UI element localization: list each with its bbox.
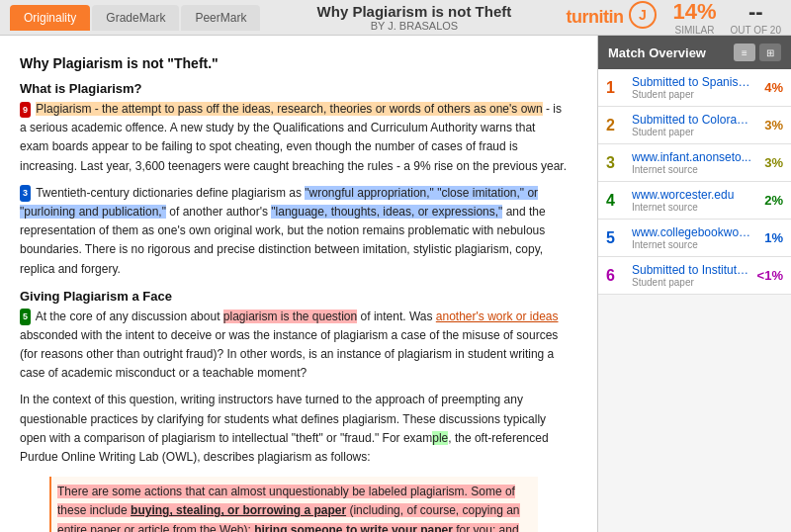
match-sub-1: Student paper: [632, 89, 753, 100]
match-pct-4: 2%: [753, 193, 783, 208]
match-title-6: Submitted to Institute ...: [632, 263, 753, 277]
para-1: 9 Plagiarism - the attempt to pass off t…: [20, 100, 568, 176]
main: Why Plagiarism is not "Theft." What is P…: [0, 36, 791, 532]
badge-3: 5: [20, 309, 31, 324]
highlighted-1: Plagiarism - the attempt to pass off the…: [36, 102, 542, 116]
doc-title: Why Plagiarism is not Theft: [262, 3, 566, 20]
highlighted-3: "language, thoughts, ideas, or expressio…: [271, 205, 502, 219]
match-sub-2: Student paper: [632, 127, 753, 137]
out-value: --: [731, 0, 782, 25]
badge-2: 3: [20, 185, 31, 201]
match-pct-5: 1%: [753, 230, 783, 245]
sidebar-header: Match Overview ≡ ⊞: [598, 36, 791, 69]
sidebar-view-btn-1[interactable]: ≡: [734, 44, 755, 61]
match-info-4: www.worcester.edu Internet source: [632, 188, 753, 213]
out-score: -- OUT OF 20: [731, 0, 782, 36]
highlighted-5: another's work or ideas: [436, 310, 559, 323]
badge-1: 9: [20, 102, 31, 118]
match-item-6[interactable]: 6 Submitted to Institute ... Student pap…: [598, 257, 791, 295]
para-2: 3 Twentieth-century dictionaries define …: [20, 184, 568, 279]
match-info-2: Submitted to Colorado... Student paper: [632, 113, 753, 137]
match-info-5: www.collegebookworl... Internet source: [632, 225, 753, 250]
highlighted-7: There are some actions that can almost u…: [57, 485, 525, 532]
section1-heading: What is Plagiarism?: [20, 81, 568, 96]
title-area: Why Plagiarism is not Theft BY J. BRASAL…: [262, 3, 566, 32]
sidebar-icons: ≡ ⊞: [734, 44, 781, 61]
section2-heading: Giving Plagiarism a Face: [20, 289, 568, 304]
match-info-6: Submitted to Institute ... Student paper: [632, 263, 753, 288]
sidebar-title: Match Overview: [608, 45, 706, 60]
para-3: 5 At the core of any discussion about pl…: [20, 308, 568, 384]
match-title-4: www.worcester.edu: [632, 188, 753, 202]
out-label: OUT OF 20: [731, 25, 782, 36]
match-item-1[interactable]: 1 Submitted to Spanish ... Student paper…: [598, 69, 791, 107]
score-percent: 14%: [672, 0, 716, 25]
match-title-3: www.infant.anonseto...: [632, 150, 753, 164]
match-pct-1: 4%: [753, 80, 783, 95]
svg-text:J: J: [640, 7, 648, 23]
blockquote: There are some actions that can almost u…: [49, 477, 538, 532]
match-num-6: 6: [606, 267, 624, 285]
turnitin-icon: J: [629, 1, 657, 35]
topbar: Originality GradeMark PeerMark Why Plagi…: [0, 0, 791, 36]
para-4: In the context of this question, writing…: [20, 391, 568, 467]
tab-grademark[interactable]: GradeMark: [92, 5, 179, 31]
doc-heading: Why Plagiarism is not "Theft.": [20, 55, 568, 71]
match-list: 1 Submitted to Spanish ... Student paper…: [598, 69, 791, 532]
match-sub-3: Internet source: [632, 164, 753, 175]
match-item-5[interactable]: 5 www.collegebookworl... Internet source…: [598, 220, 791, 257]
tab-peermark[interactable]: PeerMark: [181, 5, 260, 31]
similarity-score: 14% SIMILAR: [672, 0, 716, 36]
sidebar-view-btn-2[interactable]: ⊞: [759, 44, 781, 61]
tab-originality[interactable]: Originality: [10, 5, 90, 31]
match-title-2: Submitted to Colorado...: [632, 113, 753, 127]
match-item-2[interactable]: 2 Submitted to Colorado... Student paper…: [598, 107, 791, 144]
turnitin-brand: turnitin: [566, 7, 623, 28]
sidebar: Match Overview ≡ ⊞ 1 Submitted to Spanis…: [598, 36, 791, 532]
doc-author: BY J. BRASALOS: [262, 20, 566, 32]
match-num-4: 4: [606, 192, 624, 210]
match-info-3: www.infant.anonseto... Internet source: [632, 150, 753, 175]
highlighted-4: plagiarism is the question: [223, 310, 357, 323]
match-sub-6: Student paper: [632, 277, 753, 288]
match-sub-5: Internet source: [632, 239, 753, 250]
match-num-5: 5: [606, 229, 624, 247]
match-info-1: Submitted to Spanish ... Student paper: [632, 75, 753, 100]
turnitin-logo: turnitin J: [566, 1, 657, 35]
match-item-3[interactable]: 3 www.infant.anonseto... Internet source…: [598, 144, 791, 182]
match-sub-4: Internet source: [632, 202, 753, 213]
highlighted-6: ple: [432, 431, 448, 445]
doc-panel[interactable]: Why Plagiarism is not "Theft." What is P…: [0, 36, 598, 532]
match-pct-2: 3%: [753, 118, 783, 133]
match-num-3: 3: [606, 154, 624, 172]
match-num-2: 2: [606, 117, 624, 134]
match-pct-6: <1%: [753, 268, 783, 283]
match-title-1: Submitted to Spanish ...: [632, 75, 753, 89]
match-pct-3: 3%: [753, 155, 783, 170]
score-label: SIMILAR: [672, 25, 716, 36]
match-num-1: 1: [606, 79, 624, 97]
match-title-5: www.collegebookworl...: [632, 225, 753, 239]
match-item-4[interactable]: 4 www.worcester.edu Internet source 2%: [598, 182, 791, 220]
